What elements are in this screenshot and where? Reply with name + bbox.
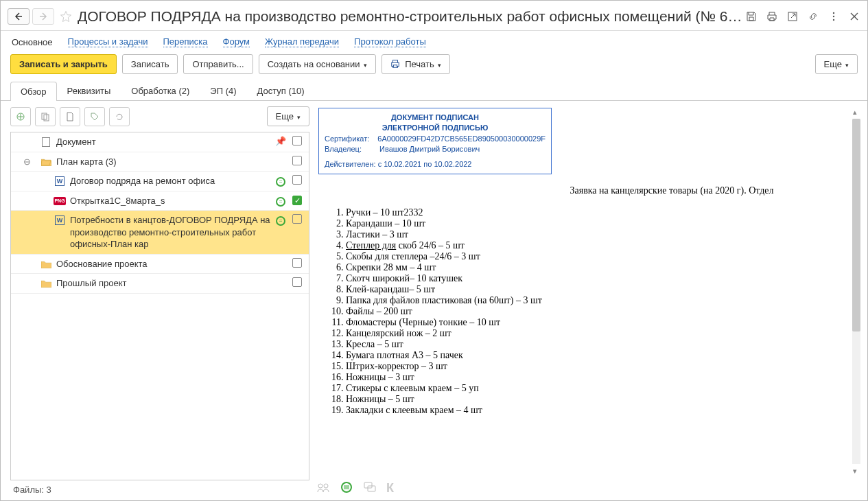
nav-protocol[interactable]: Протокол работы [354, 36, 426, 47]
save-icon[interactable] [745, 10, 758, 23]
close-icon[interactable] [848, 10, 860, 23]
tab-details[interactable]: Реквизиты [57, 81, 121, 100]
tree-row-contract[interactable]: W Договор подряда на ремонт офиса [11, 172, 309, 191]
more-button[interactable]: Еще▾ [815, 54, 858, 74]
list-item: Скотч широкий– 10 катушек [346, 273, 847, 284]
main-nav: Основное Процессы и задачи Переписка Фор… [1, 31, 867, 54]
list-item: Ножницы – 3 шт [346, 372, 847, 383]
signature-status-icon[interactable] [340, 480, 353, 496]
arrow-left-icon [14, 12, 23, 21]
png-icon: PNG [54, 196, 66, 207]
more-menu-icon[interactable] [828, 10, 840, 23]
word-doc-icon: W [54, 176, 66, 187]
favorite-star-icon[interactable] [58, 9, 73, 24]
checkbox[interactable] [292, 136, 302, 145]
external-icon[interactable] [786, 10, 799, 23]
print-button[interactable]: Печать▾ [382, 54, 450, 74]
save-button[interactable]: Записать [122, 54, 178, 74]
svg-point-7 [318, 484, 322, 488]
list-item: Стикеры с клеевым краем – 5 уп [346, 383, 847, 394]
tab-ep[interactable]: ЭП (4) [200, 81, 246, 100]
plus-globe-icon [16, 112, 25, 121]
participants-icon[interactable] [316, 480, 330, 496]
tree-toolbar: Еще▾ [10, 106, 309, 126]
list-item: Клей-карандаш– 5 шт [346, 284, 847, 295]
svg-point-8 [324, 484, 328, 488]
scroll-down-button[interactable]: ▾ [849, 465, 860, 476]
tab-processing[interactable]: Обработка (2) [121, 81, 200, 100]
copy-icon [40, 112, 50, 121]
checkbox[interactable] [292, 156, 302, 165]
collapse-icon[interactable]: ⊖ [15, 156, 38, 167]
nav-forum[interactable]: Форум [223, 36, 250, 47]
left-pane: Еще▾ Документ 📌 ⊖ План карта (3) [1, 101, 309, 498]
nav-processes[interactable]: Процессы и задачи [68, 36, 148, 47]
checkbox[interactable] [292, 214, 302, 224]
send-button[interactable]: Отправить... [183, 54, 253, 74]
k-icon[interactable]: К [386, 481, 394, 496]
tree-row-folder-past[interactable]: Прошлый проект [11, 274, 309, 294]
document-icon [65, 112, 75, 121]
print-icon[interactable] [766, 10, 778, 23]
list-item: Фломастеры (Черные) тонкие – 10 шт [346, 317, 847, 328]
list-item: Скобы для степлера –24/6 – 3 шт [346, 251, 847, 262]
tree-row-folder-justification[interactable]: Обоснование проекта [11, 255, 309, 275]
save-close-button[interactable]: Записать и закрыть [10, 54, 117, 74]
list-item: Карандаши – 10 шт [346, 218, 847, 229]
list-item: Степлер для скоб 24/6 – 5 шт [346, 240, 847, 251]
signature-box: ДОКУМЕНТ ПОДПИСАН ЭЛЕКТРОННОЙ ПОДПИСЬЮ С… [318, 108, 552, 174]
refresh-icon [115, 112, 124, 121]
tree-row-card[interactable]: PNG Открытка1С_8марта_s [11, 191, 309, 211]
scroll-up-button[interactable]: ▴ [849, 106, 860, 117]
list-item: Ручки – 10 шт2332 [346, 207, 847, 218]
nav-forward-button[interactable] [32, 8, 54, 25]
list-item: Штрих-корректор – 3 шт [346, 361, 847, 372]
status-icon [272, 195, 290, 207]
folder-icon [40, 278, 52, 289]
document-icon [40, 137, 52, 148]
checkbox[interactable] [292, 277, 302, 287]
action-toolbar: Записать и закрыть Записать Отправить...… [1, 54, 867, 81]
nav-main[interactable]: Основное [12, 37, 53, 47]
window-title: ДОГОВОР ПОДРЯДА на производство ремонтно… [78, 8, 742, 25]
nav-transfer[interactable]: Журнал передачи [265, 36, 339, 47]
tag-button[interactable] [84, 107, 105, 126]
tab-overview[interactable]: Обзор [10, 82, 57, 101]
svg-point-2 [833, 15, 834, 16]
list-item: Ножницы – 5 шт [346, 394, 847, 405]
titlebar: ДОГОВОР ПОДРЯДА на производство ремонтно… [1, 1, 867, 31]
pin-icon: 📌 [275, 136, 286, 146]
file-tree: Документ 📌 ⊖ План карта (3) W Договор по… [10, 132, 309, 480]
list-item: Бумага плотная А3 – 5 пачек [346, 350, 847, 361]
tree-row-folder-plan[interactable]: ⊖ План карта (3) [11, 152, 309, 172]
checkbox-checked[interactable] [292, 196, 302, 205]
add-item-button[interactable] [10, 107, 31, 126]
document-body: Заявка на канцелярские товары (на 2020 г… [318, 185, 847, 416]
list-item: Закладки с клеевым краем – 4 шт [346, 405, 847, 416]
status-icon [272, 214, 290, 226]
preview-pane: ▴ ▾ ДОКУМЕНТ ПОДПИСАН ЭЛЕКТРОННОЙ ПОДПИС… [309, 101, 867, 498]
tree-more-button[interactable]: Еще▾ [267, 106, 309, 126]
create-based-button[interactable]: Создать на основании▾ [259, 54, 376, 74]
list-item: Скрепки 28 мм – 4 шт [346, 262, 847, 273]
refresh-button[interactable] [109, 107, 130, 126]
arrow-right-icon [38, 12, 48, 21]
comments-icon[interactable] [363, 480, 377, 496]
checkbox[interactable] [292, 175, 302, 185]
status-icon [272, 175, 290, 187]
link-icon[interactable] [807, 10, 819, 23]
svg-point-1 [833, 12, 834, 13]
nav-back-button[interactable] [8, 8, 30, 25]
nav-mail[interactable]: Переписка [163, 36, 208, 47]
new-doc-button[interactable] [60, 107, 80, 126]
copy-button[interactable] [35, 107, 56, 126]
folder-open-icon [40, 156, 52, 167]
list-item: Файлы – 200 шт [346, 306, 847, 317]
tree-row-needs[interactable]: W Потребности в канцтов-ДОГОВОР ПОДРЯДА … [11, 211, 309, 255]
detail-tabs: Обзор Реквизиты Обработка (2) ЭП (4) Дос… [1, 81, 867, 101]
checkbox[interactable] [292, 258, 302, 268]
printer-icon [390, 59, 400, 69]
tree-row-document[interactable]: Документ 📌 [11, 132, 309, 152]
tab-access[interactable]: Доступ (10) [247, 81, 315, 100]
scrollbar-thumb[interactable] [852, 119, 860, 331]
